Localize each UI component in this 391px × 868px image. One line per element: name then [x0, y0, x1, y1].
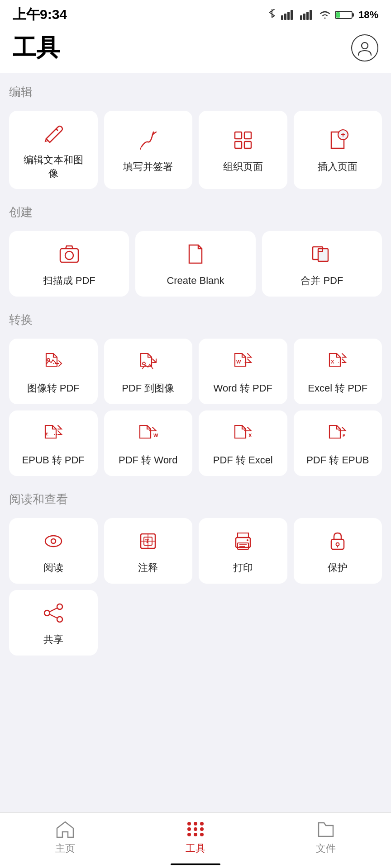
svg-text:X: X	[248, 433, 252, 438]
convert-grid-2: E EPUB 转 PDF W PDF 转 Word	[0, 410, 391, 481]
bluetooth-icon	[267, 9, 277, 21]
bottom-nav: 主页 工具 文件	[0, 812, 391, 868]
svg-point-39	[51, 539, 56, 543]
svg-text:E: E	[343, 434, 345, 438]
pdf-to-word-icon: W	[136, 422, 160, 447]
grid-pages-icon	[231, 128, 255, 154]
annotate-card[interactable]: T 注释	[104, 518, 193, 584]
svg-rect-19	[60, 249, 78, 262]
fill-sign-label: 填写并签署	[123, 160, 173, 174]
svg-point-60	[200, 822, 204, 826]
insert-page-icon	[326, 128, 349, 154]
edit-grid: 编辑文本和图像 填写并签署 组织页	[0, 111, 391, 193]
merge-pdf-label: 合并 PDF	[300, 274, 343, 288]
svg-point-61	[187, 827, 191, 831]
lock-icon	[326, 529, 349, 555]
svg-rect-2	[287, 12, 290, 20]
pdf-to-epub-card[interactable]: E PDF 转 EPUB	[294, 410, 382, 476]
nav-files[interactable]: 文件	[261, 819, 391, 855]
section-edit: 编辑	[0, 73, 391, 111]
blank-doc-icon	[184, 242, 207, 268]
eye-icon	[42, 529, 65, 555]
pdf-to-excel-card[interactable]: X PDF 转 Excel	[199, 410, 287, 476]
status-icons: 18%	[267, 9, 378, 21]
svg-point-53	[57, 604, 62, 609]
battery-icon	[335, 10, 355, 20]
svg-text:X: X	[331, 359, 334, 364]
nav-tools-label: 工具	[186, 842, 205, 855]
fill-sign-card[interactable]: 填写并签署	[104, 111, 193, 189]
svg-rect-6	[306, 12, 309, 20]
word-to-pdf-icon: W	[231, 350, 255, 375]
nav-files-label: 文件	[316, 842, 336, 855]
svg-point-54	[44, 610, 50, 616]
svg-rect-12	[235, 132, 242, 139]
pdf-to-epub-icon: E	[326, 422, 349, 447]
section-read: 阅读和查看	[0, 481, 391, 518]
create-blank-label: Create Blank	[167, 274, 224, 288]
page-title: 工具	[13, 32, 60, 64]
content-scroll: 编辑 编辑文本和图像 填写并签署	[0, 73, 391, 868]
organize-pages-card[interactable]: 组织页面	[199, 111, 287, 189]
create-blank-card[interactable]: Create Blank	[135, 231, 255, 297]
section-convert: 转换	[0, 301, 391, 339]
pdf-to-img-icon	[136, 350, 160, 375]
svg-rect-13	[244, 132, 251, 139]
create-grid: 扫描成 PDF Create Blank 合并 PDF	[0, 231, 391, 301]
svg-rect-10	[336, 12, 340, 18]
share-card[interactable]: 共享	[9, 590, 98, 656]
pen-sign-icon	[136, 128, 160, 154]
share-icon	[42, 601, 65, 627]
epub-to-pdf-card[interactable]: E EPUB 转 PDF	[9, 410, 98, 476]
read-card[interactable]: 阅读	[9, 518, 98, 584]
svg-text:T: T	[145, 538, 149, 544]
img-to-pdf-label: 图像转 PDF	[27, 382, 80, 395]
nav-tools[interactable]: 工具	[130, 819, 261, 855]
svg-point-20	[65, 251, 73, 259]
signal-icon	[281, 10, 296, 20]
excel-to-pdf-icon: X	[326, 350, 349, 375]
svg-rect-14	[235, 142, 242, 148]
excel-to-pdf-card[interactable]: X Excel 转 PDF	[294, 339, 382, 404]
epub-to-pdf-icon: E	[42, 422, 65, 447]
pdf-to-word-card[interactable]: W PDF 转 Word	[104, 410, 193, 476]
img-to-pdf-card[interactable]: 图像转 PDF	[9, 339, 98, 404]
pdf-to-img-card[interactable]: PDF 到图像	[104, 339, 193, 404]
print-card[interactable]: 打印	[199, 518, 287, 584]
svg-point-51	[336, 543, 339, 546]
svg-rect-1	[284, 14, 286, 20]
word-to-pdf-label: Word 转 PDF	[214, 382, 272, 395]
section-title-read: 阅读和查看	[9, 491, 382, 507]
svg-text:W: W	[153, 433, 158, 438]
merge-pdf-card[interactable]: 合并 PDF	[262, 231, 382, 297]
edit-text-image-card[interactable]: 编辑文本和图像	[9, 111, 98, 189]
nav-home[interactable]: 主页	[0, 819, 130, 855]
svg-line-57	[50, 614, 57, 618]
svg-rect-50	[331, 539, 344, 549]
svg-point-58	[187, 822, 191, 826]
avatar-button[interactable]	[351, 34, 378, 61]
annotate-icon: T	[136, 529, 160, 555]
signal-icon2	[300, 10, 315, 20]
header: 工具	[0, 28, 391, 73]
pencil-icon	[42, 122, 65, 147]
word-to-pdf-card[interactable]: W Word 转 PDF	[199, 339, 287, 404]
svg-rect-9	[352, 13, 354, 17]
home-indicator	[171, 863, 220, 865]
svg-point-62	[194, 827, 197, 831]
edit-text-image-label: 编辑文本和图像	[24, 153, 83, 180]
protect-label: 保护	[328, 561, 348, 575]
svg-rect-15	[244, 142, 251, 148]
protect-card[interactable]: 保护	[294, 518, 382, 584]
excel-to-pdf-label: Excel 转 PDF	[308, 382, 367, 395]
insert-page-card[interactable]: 插入页面	[294, 111, 382, 189]
epub-to-pdf-label: EPUB 转 PDF	[22, 453, 85, 467]
status-bar: 上午9:34 18%	[0, 0, 391, 28]
print-label: 打印	[233, 561, 253, 575]
battery-text: 18%	[358, 9, 378, 21]
svg-point-59	[194, 822, 197, 826]
annotate-label: 注释	[138, 561, 158, 575]
pdf-to-epub-label: PDF 转 EPUB	[306, 453, 369, 467]
pdf-to-word-label: PDF 转 Word	[119, 453, 177, 467]
scan-pdf-card[interactable]: 扫描成 PDF	[9, 231, 129, 297]
